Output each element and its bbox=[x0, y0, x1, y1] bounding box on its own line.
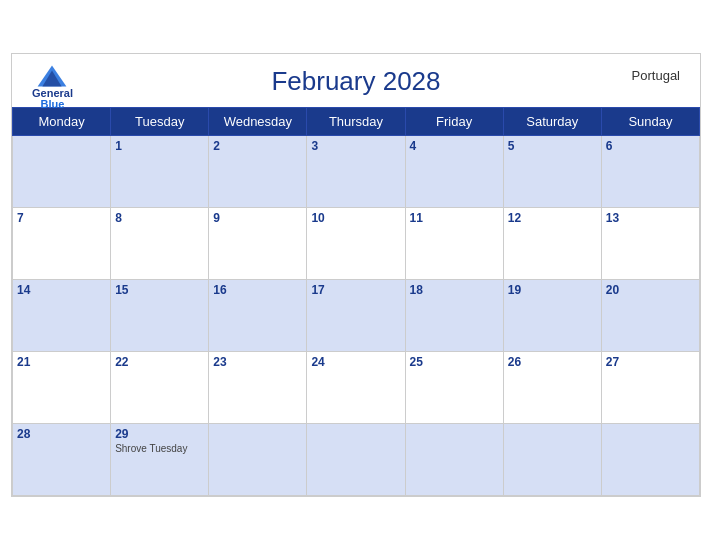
day-number: 28 bbox=[17, 427, 106, 441]
header-wednesday: Wednesday bbox=[209, 108, 307, 136]
day-number: 16 bbox=[213, 283, 302, 297]
day-number: 10 bbox=[311, 211, 400, 225]
calendar-cell: 25 bbox=[405, 352, 503, 424]
calendar-cell: 9 bbox=[209, 208, 307, 280]
event-label: Shrove Tuesday bbox=[115, 443, 204, 454]
calendar-cell: 22 bbox=[111, 352, 209, 424]
day-number: 23 bbox=[213, 355, 302, 369]
calendar-cell bbox=[209, 424, 307, 496]
day-number: 17 bbox=[311, 283, 400, 297]
calendar-cell: 24 bbox=[307, 352, 405, 424]
calendar-cell: 20 bbox=[601, 280, 699, 352]
day-number: 12 bbox=[508, 211, 597, 225]
logo-blue: Blue bbox=[41, 99, 65, 110]
calendar-cell: 16 bbox=[209, 280, 307, 352]
calendar-week-row: 123456 bbox=[13, 136, 700, 208]
calendar-week-row: 78910111213 bbox=[13, 208, 700, 280]
header-sunday: Sunday bbox=[601, 108, 699, 136]
header-saturday: Saturday bbox=[503, 108, 601, 136]
calendar-container: General Blue February 2028 Portugal Mond… bbox=[11, 53, 701, 497]
day-number: 20 bbox=[606, 283, 695, 297]
calendar-cell: 2 bbox=[209, 136, 307, 208]
calendar-title: February 2028 bbox=[271, 66, 440, 97]
day-number: 8 bbox=[115, 211, 204, 225]
day-number: 21 bbox=[17, 355, 106, 369]
calendar-cell: 3 bbox=[307, 136, 405, 208]
day-number: 29 bbox=[115, 427, 204, 441]
header-friday: Friday bbox=[405, 108, 503, 136]
calendar-cell bbox=[307, 424, 405, 496]
day-number: 26 bbox=[508, 355, 597, 369]
day-number: 4 bbox=[410, 139, 499, 153]
day-number: 24 bbox=[311, 355, 400, 369]
calendar-cell: 12 bbox=[503, 208, 601, 280]
day-number: 27 bbox=[606, 355, 695, 369]
day-number: 5 bbox=[508, 139, 597, 153]
day-number: 3 bbox=[311, 139, 400, 153]
calendar-cell: 17 bbox=[307, 280, 405, 352]
calendar-cell bbox=[503, 424, 601, 496]
day-number: 25 bbox=[410, 355, 499, 369]
calendar-cell: 6 bbox=[601, 136, 699, 208]
calendar-cell: 8 bbox=[111, 208, 209, 280]
logo: General Blue bbox=[32, 64, 73, 110]
day-number: 11 bbox=[410, 211, 499, 225]
calendar-cell: 19 bbox=[503, 280, 601, 352]
day-number: 19 bbox=[508, 283, 597, 297]
day-number: 18 bbox=[410, 283, 499, 297]
day-number: 2 bbox=[213, 139, 302, 153]
country-label: Portugal bbox=[632, 68, 680, 83]
calendar-week-row: 21222324252627 bbox=[13, 352, 700, 424]
calendar-cell: 28 bbox=[13, 424, 111, 496]
day-number: 6 bbox=[606, 139, 695, 153]
day-number: 14 bbox=[17, 283, 106, 297]
day-number: 9 bbox=[213, 211, 302, 225]
calendar-table: Monday Tuesday Wednesday Thursday Friday… bbox=[12, 107, 700, 496]
calendar-cell: 23 bbox=[209, 352, 307, 424]
logo-icon bbox=[36, 64, 68, 88]
calendar-cell: 29Shrove Tuesday bbox=[111, 424, 209, 496]
calendar-cell: 18 bbox=[405, 280, 503, 352]
calendar-cell: 1 bbox=[111, 136, 209, 208]
calendar-cell: 7 bbox=[13, 208, 111, 280]
calendar-cell: 14 bbox=[13, 280, 111, 352]
header-thursday: Thursday bbox=[307, 108, 405, 136]
day-number: 22 bbox=[115, 355, 204, 369]
calendar-cell bbox=[405, 424, 503, 496]
calendar-cell: 21 bbox=[13, 352, 111, 424]
day-number: 7 bbox=[17, 211, 106, 225]
day-number: 13 bbox=[606, 211, 695, 225]
calendar-cell: 27 bbox=[601, 352, 699, 424]
calendar-cell: 11 bbox=[405, 208, 503, 280]
calendar-cell: 26 bbox=[503, 352, 601, 424]
calendar-cell bbox=[601, 424, 699, 496]
calendar-cell: 15 bbox=[111, 280, 209, 352]
header-tuesday: Tuesday bbox=[111, 108, 209, 136]
header-monday: Monday bbox=[13, 108, 111, 136]
calendar-cell: 4 bbox=[405, 136, 503, 208]
day-number: 15 bbox=[115, 283, 204, 297]
calendar-cell: 10 bbox=[307, 208, 405, 280]
day-number: 1 bbox=[115, 139, 204, 153]
calendar-week-row: 2829Shrove Tuesday bbox=[13, 424, 700, 496]
weekday-header-row: Monday Tuesday Wednesday Thursday Friday… bbox=[13, 108, 700, 136]
calendar-cell: 5 bbox=[503, 136, 601, 208]
calendar-cell bbox=[13, 136, 111, 208]
calendar-week-row: 14151617181920 bbox=[13, 280, 700, 352]
calendar-header: General Blue February 2028 Portugal bbox=[12, 54, 700, 101]
calendar-cell: 13 bbox=[601, 208, 699, 280]
